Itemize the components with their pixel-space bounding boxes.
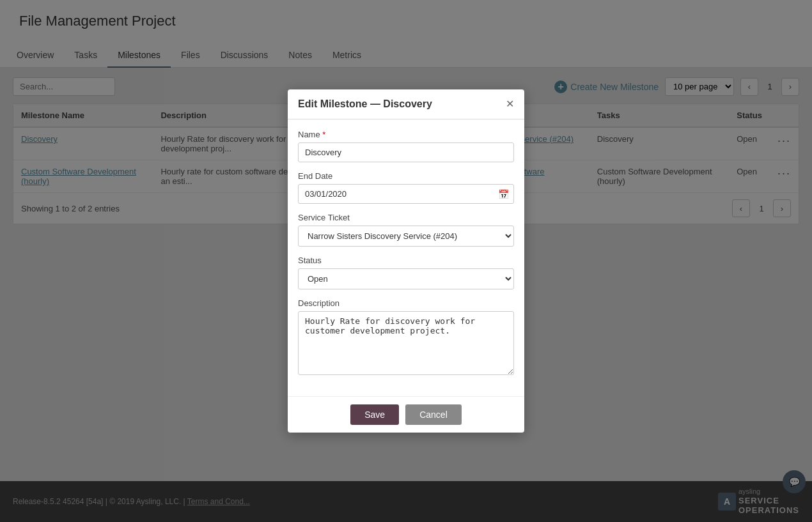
description-label: Description <box>298 298 514 308</box>
modal-footer: Save Cancel <box>288 396 524 433</box>
modal-title: Edit Milestone — Discovery <box>298 98 432 110</box>
modal-header: Edit Milestone — Discovery ✕ <box>288 89 524 119</box>
status-label: Status <box>298 256 514 265</box>
modal-body: Name * End Date 📅 Service Ticket Narrow … <box>288 119 524 396</box>
end-date-field-group: End Date 📅 <box>298 171 514 204</box>
description-textarea[interactable]: Hourly Rate for discovery work for custo… <box>298 311 514 375</box>
calendar-icon[interactable]: 📅 <box>498 189 509 199</box>
modal-overlay: Edit Milestone — Discovery ✕ Name * End … <box>0 0 812 522</box>
save-button[interactable]: Save <box>350 404 399 425</box>
modal-close-button[interactable]: ✕ <box>506 99 514 109</box>
status-field-group: Status Open Closed Pending <box>298 256 514 289</box>
end-date-label: End Date <box>298 171 514 181</box>
description-field-group: Description Hourly Rate for discovery wo… <box>298 298 514 377</box>
cancel-button[interactable]: Cancel <box>405 404 462 425</box>
date-input-wrapper: 📅 <box>298 184 514 204</box>
service-ticket-field-group: Service Ticket Narrow Sisters Discovery … <box>298 213 514 247</box>
end-date-input[interactable] <box>298 184 514 204</box>
edit-milestone-modal: Edit Milestone — Discovery ✕ Name * End … <box>288 89 524 433</box>
required-indicator: * <box>322 130 325 139</box>
name-label: Name * <box>298 130 514 139</box>
name-input[interactable] <box>298 142 514 162</box>
service-ticket-label: Service Ticket <box>298 213 514 222</box>
name-field-group: Name * <box>298 130 514 162</box>
status-select[interactable]: Open Closed Pending <box>298 268 514 289</box>
service-ticket-select[interactable]: Narrow Sisters Discovery Service (#204) … <box>298 226 514 247</box>
